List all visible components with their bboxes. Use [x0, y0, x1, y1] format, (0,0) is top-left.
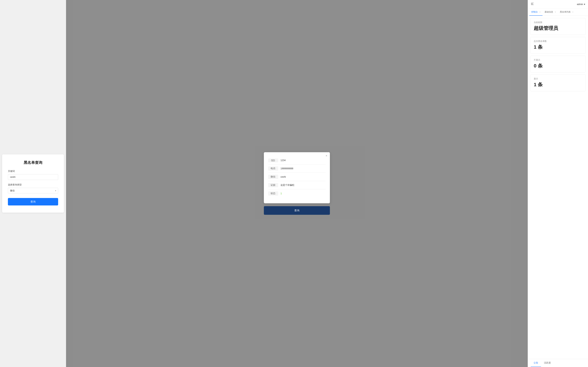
- svg-rect-2: [531, 5, 534, 5]
- result-label: 证据:: [268, 183, 278, 187]
- admin-dropdown[interactable]: admin ▾: [577, 3, 585, 6]
- stat-value: 超级管理员: [534, 25, 582, 32]
- chevron-down-icon: ▾: [584, 3, 585, 6]
- result-row: 微信:ceshi: [268, 173, 326, 181]
- admin-label: admin: [577, 3, 583, 6]
- result-row: 证据:这是个诈骗犯: [268, 181, 326, 189]
- tab-item-0[interactable]: 控制台×: [529, 8, 543, 16]
- stat-card-1: 总共黑名单数1 条: [530, 37, 586, 54]
- tab-label: 黑名单列表: [560, 11, 571, 13]
- bottom-tab-1[interactable]: 活跃度: [541, 359, 554, 367]
- keyword-label: 关键词: [8, 170, 58, 173]
- result-row: 状态:1: [268, 189, 326, 198]
- stat-subtitle: 当前权限: [534, 21, 582, 24]
- result-modal: × QQ:1234电话:1888888888微信:ceshi证据:这是个诈骗犯状…: [264, 152, 330, 203]
- keyword-input[interactable]: [8, 174, 58, 180]
- result-value: 1: [281, 192, 282, 195]
- result-label: 微信:: [268, 175, 278, 179]
- middle-query-button[interactable]: 查询: [264, 206, 330, 215]
- query-type-select[interactable]: 微信 QQ 电话: [8, 188, 58, 193]
- select-label: 选择查询类型: [8, 183, 58, 186]
- result-label: 状态:: [268, 192, 278, 196]
- stat-card-2: 不显示0 条: [530, 56, 586, 72]
- modal-close-button[interactable]: ×: [326, 154, 327, 157]
- result-label: 电话:: [268, 167, 278, 171]
- tab-close-icon[interactable]: ×: [555, 11, 556, 13]
- left-panel: 黑名单查询 关键词 选择查询类型 微信 QQ 电话 ▾ 查询: [0, 0, 66, 367]
- dashboard-content: 当前权限超级管理员总共黑名单数1 条不显示0 条显示1 条: [528, 16, 588, 359]
- result-value: ceshi: [281, 175, 286, 178]
- stat-value: 1 条: [534, 81, 582, 88]
- result-value: 1234: [281, 159, 286, 162]
- select-wrapper: 微信 QQ 电话 ▾: [8, 188, 58, 193]
- top-bar: admin ▾: [528, 0, 588, 8]
- svg-rect-0: [531, 3, 534, 3]
- tab-item-1[interactable]: 基础信息×: [543, 8, 558, 16]
- tab-close-icon[interactable]: ×: [572, 11, 573, 13]
- tab-label: 控制台: [531, 11, 538, 13]
- result-row: QQ:1234: [268, 157, 326, 164]
- menu-icon[interactable]: [531, 2, 534, 6]
- stat-card-3: 显示1 条: [530, 75, 586, 91]
- result-value: 1888888888: [281, 167, 293, 170]
- right-panel: admin ▾ 控制台×基础信息×黑名单列表× 当前权限超级管理员总共黑名单数1…: [528, 0, 588, 367]
- modal-rows: QQ:1234电话:1888888888微信:ceshi证据:这是个诈骗犯状态:…: [268, 157, 326, 198]
- query-card-title: 黑名单查询: [8, 160, 58, 165]
- stat-value: 0 条: [534, 63, 582, 69]
- result-value: 这是个诈骗犯: [281, 184, 294, 187]
- middle-panel: × QQ:1234电话:1888888888微信:ceshi证据:这是个诈骗犯状…: [66, 0, 528, 367]
- stat-card-0: 当前权限超级管理员: [530, 18, 586, 35]
- bottom-tab-0[interactable]: 公告: [531, 359, 541, 367]
- query-card: 黑名单查询 关键词 选择查询类型 微信 QQ 电话 ▾ 查询: [2, 154, 64, 213]
- stat-value: 1 条: [534, 44, 582, 50]
- tabs-bar: 控制台×基础信息×黑名单列表×: [528, 8, 588, 16]
- stat-subtitle: 总共黑名单数: [534, 40, 582, 43]
- tab-item-2[interactable]: 黑名单列表×: [558, 8, 575, 16]
- left-query-button[interactable]: 查询: [8, 198, 58, 205]
- bottom-tabs: 公告活跃度: [528, 359, 588, 367]
- tab-label: 基础信息: [545, 11, 553, 13]
- stat-subtitle: 不显示: [534, 59, 582, 61]
- stat-subtitle: 显示: [534, 77, 582, 80]
- result-row: 电话:1888888888: [268, 164, 326, 173]
- result-label: QQ:: [268, 158, 278, 162]
- tab-close-icon[interactable]: ×: [539, 11, 540, 13]
- svg-rect-1: [531, 4, 533, 4]
